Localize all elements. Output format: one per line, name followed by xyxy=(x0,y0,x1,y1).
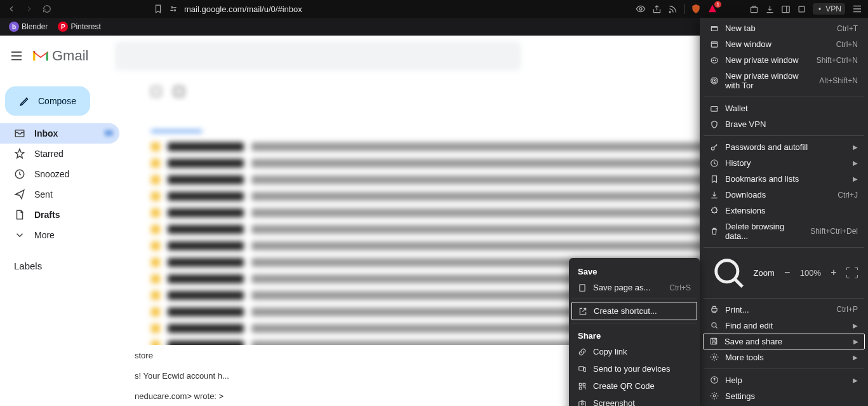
sidebar-item-drafts[interactable]: Drafts xyxy=(0,205,119,225)
forward-button[interactable] xyxy=(23,3,36,15)
svg-rect-6 xyxy=(799,6,805,12)
menu-new-window[interactable]: New windowCtrl+N xyxy=(704,36,864,52)
svg-rect-31 xyxy=(711,338,716,344)
svg-point-34 xyxy=(713,395,716,397)
gmail-sidebar: Compose Inbox99StarredSnoozedSentDraftsM… xyxy=(0,36,127,406)
svg-point-26 xyxy=(711,147,714,150)
menu-bookmarks-and-lists[interactable]: Bookmarks and lists▶ xyxy=(704,171,864,187)
menu-save-and-share[interactable]: Save and share▶ xyxy=(703,334,865,349)
svg-point-1 xyxy=(174,10,175,11)
svg-point-7 xyxy=(819,8,821,10)
svg-point-2 xyxy=(639,8,642,10)
brave-rewards-icon[interactable]: 1 xyxy=(707,4,718,14)
svg-rect-15 xyxy=(579,387,582,389)
menu-exit[interactable]: Exit xyxy=(704,404,864,406)
menu-print-[interactable]: Print...Ctrl+P xyxy=(704,302,864,318)
search-input[interactable] xyxy=(115,41,521,71)
fullscreen-button[interactable] xyxy=(846,267,858,278)
svg-point-21 xyxy=(715,60,716,60)
menu-brave-vpn[interactable]: Brave VPN xyxy=(704,116,864,132)
site-settings-icon[interactable] xyxy=(169,4,178,13)
menu-extensions[interactable]: Extensions xyxy=(704,203,864,219)
reload-button[interactable] xyxy=(41,3,53,15)
vpn-button[interactable]: VPN xyxy=(813,3,845,15)
bookmark-pinterest[interactable]: P Pinterest xyxy=(54,20,104,33)
sidebar-icon[interactable] xyxy=(781,4,791,14)
share-header: Share xyxy=(571,326,697,343)
starred-icon xyxy=(14,148,25,159)
downloads-icon[interactable] xyxy=(765,4,775,14)
menu-delete-browsing-data-[interactable]: Delete browsing data...Shift+Ctrl+Del xyxy=(704,219,864,244)
svg-rect-11 xyxy=(579,366,584,370)
sidebar-item-inbox[interactable]: Inbox99 xyxy=(0,123,119,144)
svg-point-3 xyxy=(670,11,671,12)
menu-new-private-window-with-tor[interactable]: New private window with TorAlt+Shift+N xyxy=(704,68,864,93)
rss-icon[interactable] xyxy=(668,4,678,14)
menu-wallet[interactable]: Wallet xyxy=(704,100,864,116)
sidebar-item-starred[interactable]: Starred xyxy=(0,144,119,164)
save-share-submenu: Save Save page as... Ctrl+S Create short… xyxy=(569,258,700,406)
create-shortcut[interactable]: Create shortcut... xyxy=(571,302,697,320)
svg-point-17 xyxy=(581,402,584,405)
snoozed-icon xyxy=(14,168,25,180)
eye-icon[interactable] xyxy=(636,4,646,14)
menu-downloads[interactable]: DownloadsCtrl+J xyxy=(704,187,864,203)
svg-point-30 xyxy=(712,323,716,327)
sidebar-item-snoozed[interactable]: Snoozed xyxy=(0,164,119,184)
brave-shields-icon[interactable] xyxy=(691,4,701,14)
bookmark-icon[interactable] xyxy=(154,4,163,13)
menu-settings[interactable]: Settings xyxy=(704,388,864,404)
url-text[interactable]: mail.google.com/mail/u/0/#inbox xyxy=(184,4,302,14)
compose-button[interactable]: Compose xyxy=(5,86,90,116)
menu-more-tools[interactable]: More tools▶ xyxy=(704,349,864,365)
menu-new-tab[interactable]: New tabCtrl+T xyxy=(704,20,864,36)
zoom-in[interactable]: + xyxy=(827,267,840,278)
sent-icon xyxy=(14,189,25,200)
labels-header: Labels xyxy=(0,245,127,271)
svg-rect-14 xyxy=(583,383,585,386)
drafts-icon xyxy=(14,209,25,220)
menu-history[interactable]: History▶ xyxy=(704,155,864,171)
back-button[interactable] xyxy=(5,3,18,15)
menu-passwords-and-autofill[interactable]: Passwords and autofill▶ xyxy=(704,139,864,155)
svg-point-20 xyxy=(713,60,714,60)
save-header: Save xyxy=(571,262,697,279)
browser-menu: New tabCtrl+TNew windowCtrl+NNew private… xyxy=(700,18,868,406)
more-icon xyxy=(14,229,25,241)
gmail-logo[interactable]: Gmail xyxy=(32,48,88,64)
sidebar-item-more[interactable]: More xyxy=(0,225,119,245)
menu-help[interactable]: Help▶ xyxy=(704,372,864,388)
svg-rect-29 xyxy=(712,308,717,311)
menu-new-private-window[interactable]: New private windowShift+Ctrl+N xyxy=(704,52,864,68)
copy-link[interactable]: Copy link xyxy=(571,343,697,360)
svg-rect-10 xyxy=(580,284,585,291)
sidebar-item-sent[interactable]: Sent xyxy=(0,184,119,205)
svg-rect-18 xyxy=(711,26,717,30)
create-qr-code[interactable]: Create QR Code xyxy=(571,377,697,395)
svg-point-32 xyxy=(713,356,716,358)
svg-rect-16 xyxy=(579,402,586,406)
menu-button[interactable] xyxy=(851,3,863,15)
inbox-icon xyxy=(14,128,25,139)
svg-rect-12 xyxy=(584,367,585,371)
extensions-icon[interactable] xyxy=(749,4,759,14)
screenshot[interactable]: Screenshot xyxy=(571,395,697,406)
svg-rect-19 xyxy=(711,41,717,46)
svg-point-28 xyxy=(716,261,738,282)
svg-rect-4 xyxy=(751,7,758,12)
save-page-as[interactable]: Save page as... Ctrl+S xyxy=(571,279,697,296)
svg-point-0 xyxy=(171,7,173,8)
share-icon[interactable] xyxy=(652,4,662,14)
browser-toolbar: mail.google.com/mail/u/0/#inbox 1 VPN xyxy=(0,0,868,18)
zoom-out[interactable]: − xyxy=(781,267,794,278)
zoom-control: Zoom−100%+ xyxy=(704,251,864,295)
svg-rect-13 xyxy=(579,383,582,386)
svg-point-24 xyxy=(714,80,714,81)
send-to-devices[interactable]: Send to your devices xyxy=(571,360,697,377)
leo-icon[interactable] xyxy=(797,4,806,14)
bookmark-blender[interactable]: b Blender xyxy=(5,20,51,33)
main-menu-icon[interactable] xyxy=(9,48,24,64)
menu-find-and-edit[interactable]: Find and edit▶ xyxy=(704,318,864,334)
svg-rect-5 xyxy=(782,6,789,12)
